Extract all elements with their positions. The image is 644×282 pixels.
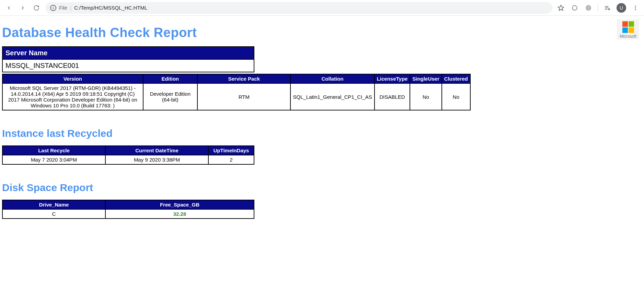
cell-last-recycle: May 7 2020 3:04PM bbox=[2, 155, 105, 164]
microsoft-logo-icon bbox=[622, 21, 634, 33]
browser-toolbar: i File | C:/Temp/HC/MSSQL_HC.HTML U bbox=[0, 0, 644, 16]
col-license-type: LicenseType bbox=[375, 74, 410, 83]
col-uptime-days: UpTimeInDays bbox=[208, 146, 254, 155]
svg-point-7 bbox=[635, 5, 636, 7]
cell-current-datetime: May 9 2020 3:38PM bbox=[105, 155, 208, 164]
col-service-pack: Service Pack bbox=[197, 74, 290, 83]
report-body: Microsoft Database Health Check Report S… bbox=[0, 16, 644, 229]
profile-avatar[interactable]: U bbox=[617, 3, 626, 13]
server-name-table: Server Name MSSQL_INSTANCE001 bbox=[2, 46, 254, 72]
disk-table: Drive_Name Free_Space_GB C 32.28 bbox=[2, 200, 254, 219]
extension-icon-1[interactable] bbox=[570, 3, 579, 12]
svg-point-2 bbox=[586, 5, 591, 10]
col-single-user: SingleUser bbox=[410, 74, 441, 83]
server-name-header: Server Name bbox=[2, 47, 254, 59]
svg-point-8 bbox=[635, 7, 636, 8]
back-button[interactable] bbox=[4, 3, 14, 13]
cell-drive-name: C bbox=[2, 209, 105, 219]
page-title: Database Health Check Report bbox=[2, 25, 642, 40]
kebab-menu-icon[interactable] bbox=[631, 3, 640, 12]
cell-version: Microsoft SQL Server 2017 (RTM-GDR) (KB4… bbox=[2, 83, 143, 110]
version-table: Version Edition Service Pack Collation L… bbox=[2, 74, 471, 110]
microsoft-logo: Microsoft bbox=[617, 19, 639, 39]
cell-service-pack: RTM bbox=[197, 83, 290, 110]
forward-button[interactable] bbox=[18, 3, 27, 13]
url-scheme-label: File bbox=[59, 5, 67, 11]
microsoft-logo-text: Microsoft bbox=[620, 34, 636, 39]
media-control-icon[interactable] bbox=[603, 3, 612, 12]
col-clustered: Clustered bbox=[442, 74, 470, 83]
recycle-table: Last Recycle Current DateTime UpTimeInDa… bbox=[2, 145, 254, 165]
col-version: Version bbox=[2, 74, 143, 83]
toolbar-separator bbox=[598, 4, 598, 12]
address-bar[interactable]: i File | C:/Temp/HC/MSSQL_HC.HTML bbox=[45, 2, 552, 14]
site-info-icon[interactable]: i bbox=[50, 5, 56, 11]
cell-free-space: 32.28 bbox=[105, 209, 254, 219]
section-disk-heading: Disk Space Report bbox=[2, 182, 642, 193]
reload-button[interactable] bbox=[32, 3, 41, 13]
col-last-recycle: Last Recycle bbox=[2, 146, 105, 155]
svg-point-1 bbox=[572, 5, 577, 10]
cell-single-user: No bbox=[410, 83, 441, 110]
extension-icon-2[interactable] bbox=[584, 3, 593, 12]
col-current-datetime: Current DateTime bbox=[105, 146, 208, 155]
bookmark-star-icon[interactable] bbox=[556, 3, 565, 12]
svg-point-9 bbox=[635, 9, 636, 10]
cell-clustered: No bbox=[442, 83, 470, 110]
col-edition: Edition bbox=[143, 74, 198, 83]
svg-marker-0 bbox=[558, 5, 564, 10]
cell-collation: SQL_Latin1_General_CP1_CI_AS bbox=[290, 83, 374, 110]
cell-uptime-days: 2 bbox=[208, 155, 254, 164]
server-name-value: MSSQL_INSTANCE001 bbox=[2, 59, 254, 72]
url-separator: | bbox=[70, 5, 71, 11]
svg-point-3 bbox=[587, 7, 589, 9]
col-collation: Collation bbox=[290, 74, 374, 83]
cell-license-type: DISABLED bbox=[375, 83, 410, 110]
col-drive-name: Drive_Name bbox=[2, 200, 105, 209]
cell-edition: Developer Edition (64-bit) bbox=[143, 83, 198, 110]
url-path: C:/Temp/HC/MSSQL_HC.HTML bbox=[74, 5, 147, 11]
section-recycle-heading: Instance last Recycled bbox=[2, 128, 642, 139]
col-free-space: Free_Space_GB bbox=[105, 200, 254, 209]
